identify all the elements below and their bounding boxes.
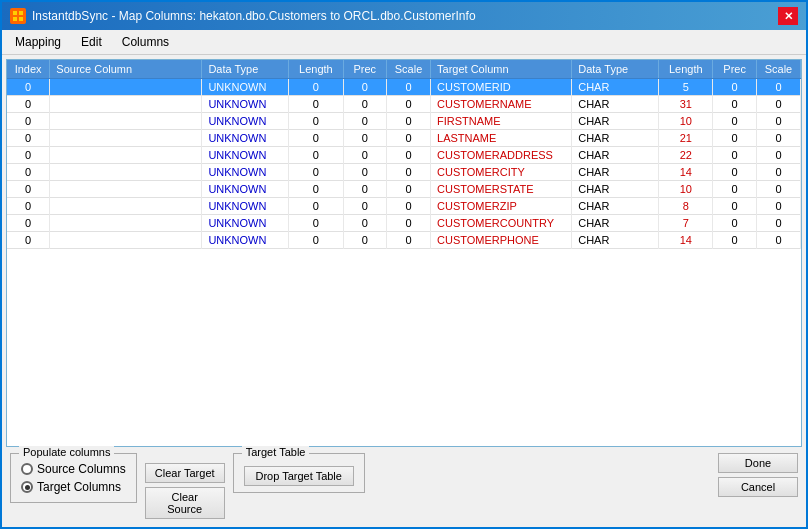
cell-index: 0 xyxy=(7,181,50,198)
cell-target-col: CUSTOMERADDRESS xyxy=(431,147,572,164)
cell-source-type: UNKNOWN xyxy=(202,79,289,96)
cell-index: 0 xyxy=(7,198,50,215)
cancel-button[interactable]: Cancel xyxy=(718,477,798,497)
cell-src-prec: 0 xyxy=(343,96,386,113)
cell-index: 0 xyxy=(7,113,50,130)
cell-target-type: CHAR xyxy=(572,96,659,113)
right-buttons: Done Cancel xyxy=(718,453,798,497)
cell-source-col xyxy=(50,232,202,249)
main-window: InstantdbSync - Map Columns: hekaton.dbo… xyxy=(0,0,808,529)
cell-index: 0 xyxy=(7,232,50,249)
cell-tgt-scale: 0 xyxy=(756,96,800,113)
cell-src-prec: 0 xyxy=(343,181,386,198)
app-icon xyxy=(10,8,26,24)
cell-tgt-len: 14 xyxy=(659,164,713,181)
cell-tgt-prec: 0 xyxy=(713,181,756,198)
svg-rect-1 xyxy=(19,11,23,15)
clear-target-button[interactable]: Clear Target xyxy=(145,463,225,483)
cell-source-col xyxy=(50,181,202,198)
cell-tgt-len: 14 xyxy=(659,232,713,249)
drop-target-table-button[interactable]: Drop Target Table xyxy=(244,466,354,486)
cell-target-col: CUSTOMERZIP xyxy=(431,198,572,215)
menu-edit[interactable]: Edit xyxy=(72,32,111,52)
cell-source-type: UNKNOWN xyxy=(202,130,289,147)
cell-src-scale: 0 xyxy=(387,198,431,215)
cell-target-col: LASTNAME xyxy=(431,130,572,147)
cell-target-type: CHAR xyxy=(572,79,659,96)
cell-tgt-scale: 0 xyxy=(756,198,800,215)
title-bar-left: InstantdbSync - Map Columns: hekaton.dbo… xyxy=(10,8,476,24)
header-source-scale: Scale xyxy=(387,60,431,79)
cell-target-type: CHAR xyxy=(572,198,659,215)
cell-tgt-scale: 0 xyxy=(756,113,800,130)
table-row[interactable]: 0 UNKNOWN 0 0 0 CUSTOMERZIP CHAR 8 0 0 xyxy=(7,198,801,215)
cell-src-scale: 0 xyxy=(387,79,431,96)
cell-tgt-scale: 0 xyxy=(756,79,800,96)
source-columns-radio[interactable] xyxy=(21,463,33,475)
cell-tgt-len: 22 xyxy=(659,147,713,164)
mapping-table: Index Source Column Data Type Length Pre… xyxy=(7,60,801,249)
target-columns-row[interactable]: Target Columns xyxy=(21,480,126,494)
cell-target-type: CHAR xyxy=(572,232,659,249)
cell-source-col xyxy=(50,96,202,113)
cell-source-type: UNKNOWN xyxy=(202,198,289,215)
cell-target-type: CHAR xyxy=(572,147,659,164)
cell-target-type: CHAR xyxy=(572,130,659,147)
table-row[interactable]: 0 UNKNOWN 0 0 0 CUSTOMERNAME CHAR 31 0 0 xyxy=(7,96,801,113)
cell-src-scale: 0 xyxy=(387,215,431,232)
cell-tgt-scale: 0 xyxy=(756,181,800,198)
cell-tgt-len: 10 xyxy=(659,181,713,198)
cell-tgt-prec: 0 xyxy=(713,198,756,215)
cell-target-col: CUSTOMERID xyxy=(431,79,572,96)
cell-src-len: 0 xyxy=(289,215,343,232)
cell-src-prec: 0 xyxy=(343,130,386,147)
table-row[interactable]: 0 UNKNOWN 0 0 0 CUSTOMERPHONE CHAR 14 0 … xyxy=(7,232,801,249)
menu-columns[interactable]: Columns xyxy=(113,32,178,52)
svg-rect-3 xyxy=(19,17,23,21)
cell-src-prec: 0 xyxy=(343,164,386,181)
table-row[interactable]: 0 UNKNOWN 0 0 0 FIRSTNAME CHAR 10 0 0 xyxy=(7,113,801,130)
cell-target-col: CUSTOMERCOUNTRY xyxy=(431,215,572,232)
cell-tgt-scale: 0 xyxy=(756,147,800,164)
cell-src-len: 0 xyxy=(289,232,343,249)
cell-src-len: 0 xyxy=(289,79,343,96)
cell-tgt-scale: 0 xyxy=(756,232,800,249)
header-target-length: Length xyxy=(659,60,713,79)
target-table-group: Target Table Drop Target Table xyxy=(233,453,365,493)
cell-index: 0 xyxy=(7,96,50,113)
cell-source-col xyxy=(50,215,202,232)
source-columns-row[interactable]: Source Columns xyxy=(21,462,126,476)
populate-group: Populate columns Source Columns Target C… xyxy=(10,453,137,503)
cell-target-type: CHAR xyxy=(572,181,659,198)
svg-rect-0 xyxy=(13,11,17,15)
table-row[interactable]: 0 UNKNOWN 0 0 0 LASTNAME CHAR 21 0 0 xyxy=(7,130,801,147)
bottom-area: Populate columns Source Columns Target C… xyxy=(6,447,802,523)
cell-src-prec: 0 xyxy=(343,198,386,215)
table-row[interactable]: 0 UNKNOWN 0 0 0 CUSTOMERCOUNTRY CHAR 7 0… xyxy=(7,215,801,232)
cell-src-prec: 0 xyxy=(343,232,386,249)
table-row[interactable]: 0 UNKNOWN 0 0 0 CUSTOMERADDRESS CHAR 22 … xyxy=(7,147,801,164)
cell-index: 0 xyxy=(7,79,50,96)
clear-source-button[interactable]: Clear Source xyxy=(145,487,225,519)
target-columns-radio[interactable] xyxy=(21,481,33,493)
cell-src-prec: 0 xyxy=(343,79,386,96)
populate-group-label: Populate columns xyxy=(19,446,114,458)
table-row[interactable]: 0 UNKNOWN 0 0 0 CUSTOMERCITY CHAR 14 0 0 xyxy=(7,164,801,181)
cell-src-len: 0 xyxy=(289,147,343,164)
cell-src-prec: 0 xyxy=(343,147,386,164)
table-row[interactable]: 0 UNKNOWN 0 0 0 CUSTOMERID CHAR 5 0 0 xyxy=(7,79,801,96)
cell-tgt-len: 5 xyxy=(659,79,713,96)
title-bar: InstantdbSync - Map Columns: hekaton.dbo… xyxy=(2,2,806,30)
cell-tgt-prec: 0 xyxy=(713,130,756,147)
cell-tgt-len: 7 xyxy=(659,215,713,232)
cell-source-type: UNKNOWN xyxy=(202,164,289,181)
cell-src-len: 0 xyxy=(289,164,343,181)
cell-source-col xyxy=(50,147,202,164)
menu-mapping[interactable]: Mapping xyxy=(6,32,70,52)
header-target-column: Target Column xyxy=(431,60,572,79)
cell-src-scale: 0 xyxy=(387,181,431,198)
close-button[interactable]: ✕ xyxy=(778,7,798,25)
header-source-column: Source Column xyxy=(50,60,202,79)
table-row[interactable]: 0 UNKNOWN 0 0 0 CUSTOMERSTATE CHAR 10 0 … xyxy=(7,181,801,198)
done-button[interactable]: Done xyxy=(718,453,798,473)
